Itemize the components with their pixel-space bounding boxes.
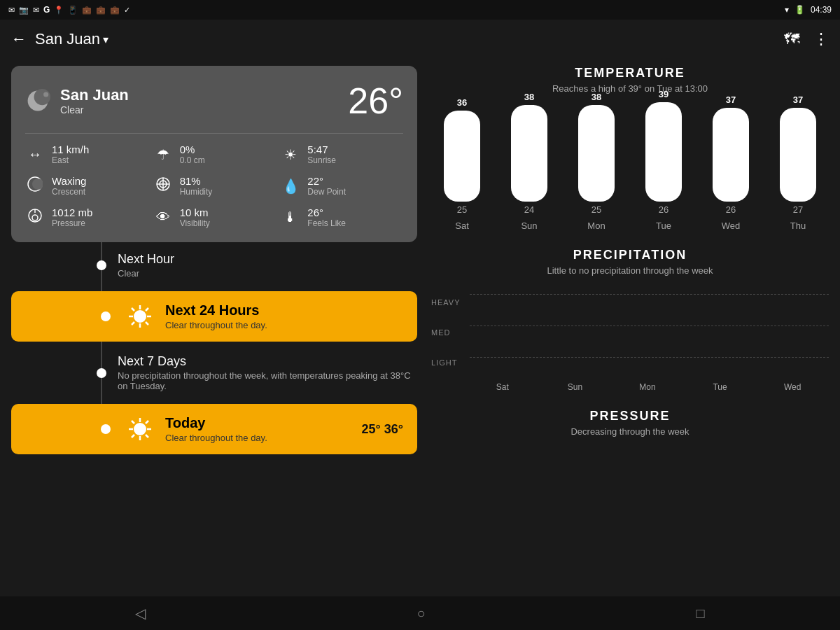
temp-high-thu: 37 xyxy=(793,94,803,105)
status-right: ▾ 🔋 04:39 xyxy=(785,5,832,15)
precip-x-sat: Sat xyxy=(466,382,539,392)
detail-wind-info: 11 km/h East xyxy=(52,144,89,165)
svg-point-21 xyxy=(134,423,146,435)
next-7-subtitle: No precipitation throughout the week, wi… xyxy=(118,370,417,391)
precip-x-sun: Sun xyxy=(539,382,612,392)
back-button[interactable]: ← xyxy=(11,30,27,48)
svg-point-2 xyxy=(43,92,48,97)
timeline-content-1: Next Hour Clear xyxy=(118,252,417,279)
temp-bar-sun xyxy=(511,105,547,202)
visibility-label: Visibility xyxy=(180,218,210,228)
detail-visibility: 👁 10 km Visibility xyxy=(153,206,276,228)
detail-wind: ↔ 11 km/h East xyxy=(25,144,148,165)
pressure-section-subtitle: Decreasing through the week xyxy=(431,426,829,437)
status-icon-g: G xyxy=(43,5,50,15)
wind-label: East xyxy=(52,155,89,165)
detail-dew: 💧 22° Dew Point xyxy=(281,175,403,197)
next-hour-title: Next Hour xyxy=(118,252,417,267)
nav-recent-button[interactable]: □ xyxy=(696,606,704,622)
temp-low-thu: 27 xyxy=(793,204,803,215)
detail-precip: ☂ 0% 0.0 cm xyxy=(153,144,276,165)
detail-visibility-info: 10 km Visibility xyxy=(180,206,210,228)
svg-line-29 xyxy=(132,435,134,438)
temp-high-tue: 39 xyxy=(659,89,668,99)
temp-col-thu: 37 27 Thu xyxy=(767,94,829,231)
timeline-yellow-1[interactable]: Next 24 Hours Clear throughout the day. xyxy=(11,291,417,342)
temp-high-mon: 38 xyxy=(592,92,601,102)
dew-value: 22° xyxy=(307,175,346,187)
dropdown-icon[interactable]: ▾ xyxy=(103,33,108,46)
nav-back-button[interactable]: ◁ xyxy=(135,605,146,622)
top-bar-right: 🗺 ⋮ xyxy=(784,30,829,48)
timeline-item-next-hour[interactable]: Next Hour Clear xyxy=(11,242,417,288)
today-card[interactable]: Today Clear throughout the day. 25° 36° xyxy=(11,404,417,454)
precip-x-tue: Tue xyxy=(684,382,757,392)
temp-low-tue: 26 xyxy=(659,204,668,215)
moon-icon xyxy=(25,88,50,113)
status-icon-check: ✓ xyxy=(124,6,130,15)
next-24-text: Next 24 Hours Clear throughout the day. xyxy=(165,302,267,330)
pressure-value: 1012 mb xyxy=(52,206,92,218)
temp-day-sun: Sun xyxy=(521,220,537,231)
left-panel: San Juan Clear 26° ↔ 11 km/h East xyxy=(11,66,417,589)
city-title: San Juan ▾ xyxy=(35,30,108,48)
temp-day-mon: Mon xyxy=(587,220,605,231)
pressure-label: Pressure xyxy=(52,218,92,228)
detail-precip-info: 0% 0.0 cm xyxy=(180,144,205,165)
weather-condition: Clear xyxy=(60,104,129,115)
weather-card: San Juan Clear 26° ↔ 11 km/h East xyxy=(11,66,417,242)
map-icon[interactable]: 🗺 xyxy=(784,30,799,48)
feels-icon: 🌡 xyxy=(281,209,300,225)
visibility-value: 10 km xyxy=(180,206,210,218)
temp-bar-thu xyxy=(780,108,816,202)
humidity-icon xyxy=(153,176,173,195)
svg-line-19 xyxy=(146,308,148,311)
svg-point-1 xyxy=(34,89,50,105)
timeline: Next Hour Clear xyxy=(11,242,417,454)
status-icon-photo: 📷 xyxy=(19,6,29,15)
status-icon-bag3: 💼 xyxy=(110,6,120,15)
precip-x-wed: Wed xyxy=(756,382,829,392)
precip-y-labels: HEAVY MED LIGHT xyxy=(431,287,470,378)
temp-high-wed: 37 xyxy=(726,94,736,105)
weather-city-name: San Juan xyxy=(60,86,129,104)
temp-bar-wed xyxy=(713,108,749,202)
svg-line-17 xyxy=(132,308,134,311)
feels-label: Feels Like xyxy=(307,218,346,228)
right-panel: TEMPERATURE Reaches a high of 39° on Tue… xyxy=(431,66,829,589)
next-24-title: Next 24 Hours xyxy=(165,302,267,318)
detail-pressure: 1012 mb Pressure xyxy=(25,206,148,228)
temp-day-thu: Thu xyxy=(790,220,806,231)
visibility-icon: 👁 xyxy=(153,209,173,225)
pressure-icon xyxy=(25,208,45,227)
sun-icon-today xyxy=(127,416,153,442)
wind-icon: ↔ xyxy=(25,146,45,162)
next-hour-subtitle: Clear xyxy=(118,268,417,279)
timeline-yellow-2[interactable]: Today Clear throughout the day. 25° 36° xyxy=(11,404,417,454)
nav-home-button[interactable]: ○ xyxy=(416,606,425,622)
precip-y-med: MED xyxy=(431,328,470,337)
city-name-label: San Juan xyxy=(35,30,100,48)
timeline-dot-3 xyxy=(97,368,106,378)
temp-bar-mon xyxy=(578,105,615,202)
status-icon-phone: 📱 xyxy=(68,6,78,15)
detail-moon: Waxing Crescent xyxy=(25,175,148,197)
bottom-nav: ◁ ○ □ xyxy=(0,596,840,630)
next-24-card[interactable]: Next 24 Hours Clear throughout the day. xyxy=(11,291,417,342)
pressure-section-title: PRESSURE xyxy=(431,409,829,424)
precip-icon: ☂ xyxy=(153,146,173,163)
humidity-value: 81% xyxy=(180,175,213,187)
detail-pressure-info: 1012 mb Pressure xyxy=(52,206,92,228)
svg-line-20 xyxy=(132,322,134,325)
precip-chart-container: HEAVY MED LIGHT xyxy=(431,287,829,378)
temp-col-wed: 37 26 Wed xyxy=(700,94,762,231)
temp-day-tue: Tue xyxy=(656,220,671,231)
timeline-item-7days[interactable]: Next 7 Days No precipitation throughout … xyxy=(11,344,417,401)
sun-icon-24 xyxy=(127,304,153,329)
moon-label: Crescent xyxy=(52,187,86,197)
svg-point-4 xyxy=(32,178,43,190)
temp-col-sun: 38 24 Sun xyxy=(498,92,560,231)
more-menu-icon[interactable]: ⋮ xyxy=(813,30,829,48)
precip-section-subtitle: Little to no precipitation through the w… xyxy=(431,265,829,276)
timeline-dot-1 xyxy=(97,260,106,270)
